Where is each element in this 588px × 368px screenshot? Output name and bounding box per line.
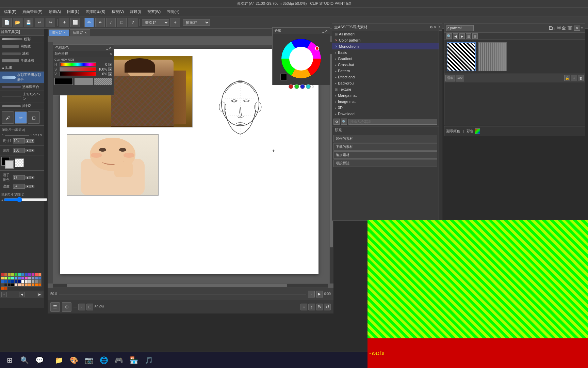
canvas-tab-2[interactable]: 插圖2* xyxy=(181,19,211,26)
palette-color[interactable] xyxy=(24,276,28,280)
menu-view[interactable]: 檢視(V) xyxy=(109,9,127,15)
rotate-cw[interactable]: ↻ xyxy=(316,304,323,310)
palette-color[interactable] xyxy=(31,273,35,276)
palette-color[interactable] xyxy=(38,273,42,276)
ink-down[interactable]: ▼ xyxy=(30,176,34,179)
scrollbar-thumb-h[interactable] xyxy=(67,284,287,287)
density-input[interactable] xyxy=(13,148,25,153)
opacity-input[interactable] xyxy=(13,184,25,189)
toolbar-transform[interactable]: ⬜ xyxy=(70,18,80,27)
palette-color[interactable] xyxy=(4,276,7,280)
lock-icon[interactable]: 🔒 xyxy=(564,75,570,81)
tab-close-1[interactable]: ✕ xyxy=(63,31,66,34)
assets-effect[interactable]: ▸ Effect and xyxy=(332,74,439,80)
close-btn[interactable]: ✕ xyxy=(574,26,580,31)
menu-help[interactable]: 設明(H) xyxy=(164,9,182,15)
timeline-prev[interactable]: - xyxy=(308,291,315,297)
transparent-color[interactable] xyxy=(15,158,24,167)
assets-btn-add[interactable]: 追加素材 xyxy=(333,151,437,159)
tab-canvas1[interactable]: 畫次1* ✕ xyxy=(49,29,69,36)
ink-up[interactable]: ▲ xyxy=(26,176,30,179)
taskbar-search[interactable]: 🔍 xyxy=(18,353,31,367)
assets-download[interactable]: ▸ Download xyxy=(332,111,439,117)
tab-canvas2[interactable]: 插圖2* ✕ xyxy=(70,29,90,36)
bottom-transform-icon[interactable]: ⊕ xyxy=(62,302,71,312)
mixer-close[interactable]: ✕ xyxy=(109,46,112,50)
tool-3[interactable]: ◻ xyxy=(28,111,40,124)
taskbar-game[interactable]: 🎮 xyxy=(112,353,126,367)
assets-monochrome[interactable]: ✕ Monochrom xyxy=(332,43,439,49)
flip-v[interactable]: ↕ xyxy=(308,304,315,310)
assets-search-input[interactable] xyxy=(348,119,437,125)
menu-page[interactable]: 頁面管理(P) xyxy=(20,9,45,15)
palette-color[interactable] xyxy=(18,273,21,276)
bottom-layers-icon[interactable]: ☰ xyxy=(50,302,60,312)
palette-color[interactable] xyxy=(18,276,21,280)
palette-color[interactable] xyxy=(7,283,11,287)
v-up[interactable]: ▲ xyxy=(108,72,112,76)
timeline-play[interactable]: ▶ xyxy=(316,291,323,297)
svg-point-11[interactable] xyxy=(315,47,319,50)
delete-layer-icon[interactable]: 🗑 xyxy=(578,75,584,81)
menu-file[interactable]: 檔案(F) xyxy=(1,9,19,15)
assets-all-materials[interactable]: ⊞ All materi xyxy=(332,31,439,37)
toolbar-save[interactable]: 💾 xyxy=(24,18,33,27)
s-slider-track[interactable] xyxy=(60,67,96,71)
palette-color[interactable] xyxy=(35,273,38,276)
taskbar-windows[interactable]: ⊞ xyxy=(3,353,16,367)
palette-color[interactable] xyxy=(38,280,42,283)
toolbar-redo-icon[interactable]: ↪ xyxy=(46,18,55,27)
lang-en[interactable]: En xyxy=(549,25,555,31)
brush-dot[interactable]: ● 點畫 xyxy=(0,64,44,72)
toolbar-open[interactable]: 📂 xyxy=(13,18,22,27)
palette-color[interactable] xyxy=(24,273,28,276)
taskbar-camera[interactable]: 📷 xyxy=(82,353,96,367)
palette-color[interactable] xyxy=(11,280,14,283)
palette-color[interactable] xyxy=(28,276,31,280)
panel-close[interactable]: ✕ xyxy=(325,29,328,33)
assets-btn-work[interactable]: 裝作的素材 xyxy=(333,135,437,142)
assets-gear-icon[interactable]: ⚙ xyxy=(333,119,340,125)
shirt-icon[interactable] xyxy=(567,25,573,31)
assets-color-pattern[interactable]: ✕ Color pattern xyxy=(332,37,439,43)
s-up[interactable]: ▲ xyxy=(108,67,112,71)
palette-color[interactable] xyxy=(21,283,24,287)
canvas-select-2[interactable]: 插圖2* xyxy=(183,19,210,26)
layer-nav-left[interactable]: ◀ xyxy=(453,33,458,39)
tab-close-2[interactable]: ✕ xyxy=(84,31,87,34)
menu-draw[interactable]: 回畫(L) xyxy=(64,9,82,15)
settings-btn[interactable]: ≡ xyxy=(581,26,583,30)
palette-color[interactable] xyxy=(1,273,4,276)
horizontal-scrollbar[interactable] xyxy=(53,283,328,288)
assets-settings[interactable]: ⚙ xyxy=(430,25,433,29)
layer-grid-view[interactable]: ⊞ xyxy=(472,33,478,39)
brush-watercolor[interactable]: 水彩不透明水彩塗合 xyxy=(0,72,44,83)
taskbar-files[interactable]: 📁 xyxy=(52,353,66,367)
taskbar-csp[interactable]: 🎨 xyxy=(67,353,81,367)
color-dot-green[interactable] xyxy=(294,84,299,89)
density-up[interactable]: ▲ xyxy=(26,149,30,152)
pattern-input[interactable] xyxy=(446,25,474,31)
opacity-down[interactable]: ▼ xyxy=(30,185,34,188)
current-color-preview[interactable] xyxy=(54,78,73,85)
palette-color[interactable] xyxy=(4,280,7,283)
h-up[interactable]: ▲ xyxy=(108,63,112,66)
layer-nav-right[interactable]: ▶ xyxy=(459,33,465,39)
toolbar-undo-icon[interactable]: ↩ xyxy=(35,18,44,27)
color-dot-red[interactable] xyxy=(289,84,293,89)
palette-color[interactable] xyxy=(31,276,35,280)
layer-list-view[interactable]: ☰ xyxy=(466,33,471,39)
mixer-minimize[interactable]: _ xyxy=(106,46,108,50)
palette-color[interactable] xyxy=(18,283,21,287)
assets-texture[interactable]: ⊞ Texture xyxy=(332,86,439,92)
palette-color[interactable] xyxy=(14,273,18,276)
zoom-out[interactable]: - xyxy=(78,304,85,310)
palette-color[interactable] xyxy=(7,280,11,283)
brush-chalk[interactable]: 粉彩 xyxy=(0,36,44,43)
palette-color[interactable] xyxy=(4,283,7,287)
palette-color[interactable] xyxy=(21,276,24,280)
v-slider-track[interactable] xyxy=(60,72,96,76)
zoom-fit[interactable]: □ xyxy=(86,304,93,310)
palette-color[interactable] xyxy=(11,276,14,280)
toolbar-tab-add[interactable]: + xyxy=(170,18,180,27)
